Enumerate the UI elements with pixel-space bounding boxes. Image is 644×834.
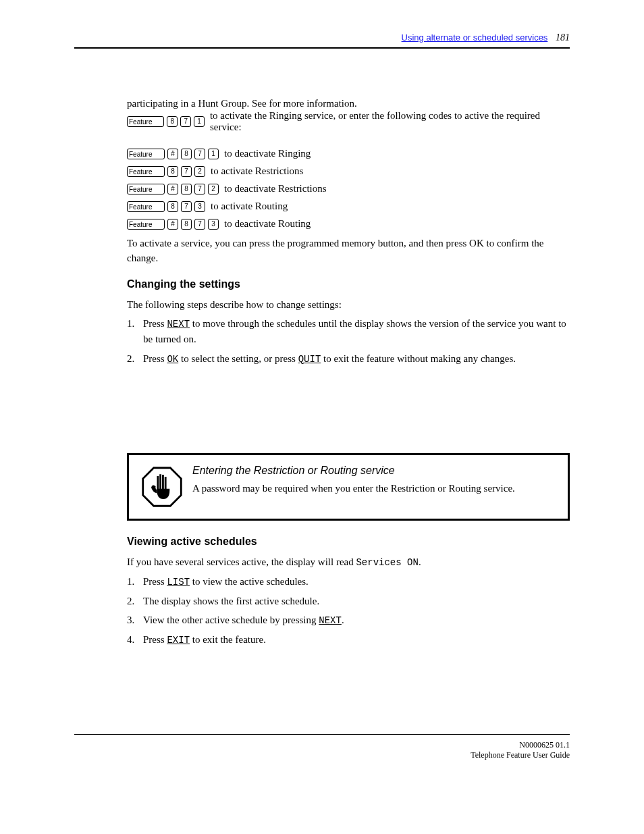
- digit-key-3[interactable]: 3: [208, 219, 219, 230]
- page-number: 181: [556, 32, 570, 43]
- softkey-next[interactable]: NEXT: [319, 615, 342, 626]
- keyseq-restrictions-off: Feature # 8 7 2 to deactivate Restrictio…: [127, 183, 570, 195]
- view-step-1-pre: Press: [143, 576, 167, 587]
- bottom-rule: [74, 734, 570, 735]
- changing-intro: The following steps describe how to chan…: [127, 297, 570, 313]
- view-step-4-post: to exit the feature.: [190, 634, 266, 645]
- digit-key-8[interactable]: 8: [181, 219, 192, 230]
- view-step-4-pre: Press: [143, 634, 167, 645]
- step-2-pre: Press: [143, 353, 167, 364]
- digit-key-2[interactable]: 2: [194, 166, 205, 177]
- viewing-intro-post: .: [419, 556, 421, 567]
- feature-key[interactable]: Feature: [127, 166, 165, 177]
- view-step-num-3: 3.: [127, 613, 134, 628]
- digit-key-1[interactable]: 1: [194, 116, 205, 127]
- feature-key[interactable]: Feature: [127, 219, 165, 230]
- view-step-1-post: to view the active schedules.: [190, 576, 308, 587]
- digit-key-8[interactable]: 8: [167, 201, 178, 212]
- softkey-list[interactable]: LIST: [167, 577, 190, 588]
- digit-key-3[interactable]: 3: [194, 201, 205, 212]
- step-1-pre: Press: [143, 318, 167, 329]
- digit-key-7[interactable]: 7: [180, 116, 191, 127]
- digit-key-8[interactable]: 8: [181, 149, 192, 159]
- step-2-mid: to select the setting, or press: [178, 353, 298, 364]
- digit-key-2[interactable]: 2: [208, 184, 219, 194]
- keyseq-routing-on: Feature 8 7 3 to activate Routing: [127, 201, 570, 213]
- view-step-3-pre: View the other active schedule by pressi…: [143, 615, 319, 625]
- step-2: 2. Press OK to select the setting, or pr…: [127, 351, 570, 367]
- view-step-4: 4. Press EXIT to exit the feature.: [127, 632, 570, 648]
- view-step-3-post: .: [342, 615, 344, 625]
- intro-text-1: participating in a Hunt Group. See: [127, 98, 269, 109]
- step-num-1: 1.: [127, 316, 134, 332]
- view-step-num-2: 2.: [127, 594, 134, 609]
- softkey-quit[interactable]: QUIT: [298, 354, 321, 365]
- footer-doc-title: Telephone Feature User Guide: [74, 750, 570, 760]
- keyseq-trailing-5: to deactivate Routing: [224, 218, 311, 230]
- keyseq-trailing-2: to activate Restrictions: [211, 165, 303, 177]
- digit-key-7[interactable]: 7: [194, 184, 205, 194]
- digit-key-7[interactable]: 7: [194, 149, 205, 159]
- digit-key-hash[interactable]: #: [167, 184, 178, 194]
- view-step-2-text: The display shows the first active sched…: [143, 596, 319, 606]
- digit-key-7[interactable]: 7: [194, 219, 205, 230]
- keyseq-trailing-3: to deactivate Restrictions: [224, 183, 327, 194]
- top-rule: [74, 47, 570, 49]
- intro-text-2: for more information.: [269, 98, 356, 109]
- feature-key[interactable]: Feature: [127, 184, 165, 194]
- keyseq-routing-off: Feature # 8 7 3 to deactivate Routing: [127, 218, 570, 230]
- intro-paragraph: participating in a Hunt Group. See for m…: [127, 96, 570, 111]
- digit-key-8[interactable]: 8: [181, 184, 192, 194]
- view-step-num-4: 4.: [127, 632, 134, 648]
- keyseq-trailing-1: to deactivate Ringing: [224, 148, 311, 159]
- view-step-1: 1. Press LIST to view the active schedul…: [127, 574, 570, 590]
- digit-key-1[interactable]: 1: [208, 149, 219, 159]
- note-box: Entering the Restriction or Routing serv…: [127, 453, 570, 521]
- subhead-viewing-schedules: Viewing active schedules: [127, 536, 570, 548]
- digit-key-8[interactable]: 8: [167, 166, 178, 177]
- keyseq-trailing-4: to activate Routing: [211, 201, 288, 212]
- display-services-on: Services ON: [356, 557, 418, 568]
- view-step-3: 3. View the other active schedule by pre…: [127, 613, 570, 628]
- feature-key[interactable]: Feature: [127, 149, 165, 159]
- step-1: 1. Press NEXT to move through the schedu…: [127, 316, 570, 347]
- viewing-intro: If you have several services active, the…: [127, 554, 570, 570]
- page-header: Using alternate or scheduled services 18…: [74, 32, 570, 43]
- digit-key-hash[interactable]: #: [167, 149, 178, 159]
- feature-key[interactable]: Feature: [127, 116, 164, 127]
- digit-key-7[interactable]: 7: [181, 166, 192, 177]
- footer-doc-id: N0000625 01.1: [74, 740, 570, 750]
- step-num-2: 2.: [127, 351, 134, 367]
- viewing-intro-pre: If you have several services active, the…: [127, 556, 356, 567]
- view-step-2: 2. The display shows the first active sc…: [127, 594, 570, 609]
- header-section-link[interactable]: Using alternate or scheduled services: [402, 32, 548, 43]
- step-2-post: to exit the feature without making any c…: [321, 353, 516, 364]
- subhead-changing-settings: Changing the settings: [127, 278, 570, 290]
- softkey-next[interactable]: NEXT: [167, 319, 190, 330]
- keyseq-ringing-on: Feature 8 7 1 to activate the Ringing se…: [127, 115, 570, 128]
- softkey-ok[interactable]: OK: [167, 354, 178, 365]
- digit-key-7[interactable]: 7: [181, 201, 192, 212]
- softkey-exit[interactable]: EXIT: [167, 635, 190, 646]
- keyseq-restrictions-on: Feature 8 7 2 to activate Restrictions: [127, 165, 570, 178]
- keyseq-trailing-0: to activate the Ringing service, or ente…: [210, 110, 570, 133]
- digit-key-hash[interactable]: #: [167, 219, 178, 230]
- instruction-memory-button: To activate a service, you can press the…: [127, 236, 570, 266]
- page-footer: N0000625 01.1 Telephone Feature User Gui…: [74, 740, 570, 760]
- note-body: A password may be required when you ente…: [192, 481, 557, 496]
- digit-key-8[interactable]: 8: [167, 116, 178, 127]
- step-1-post: to move through the schedules until the …: [143, 318, 566, 344]
- keyseq-ringing-off: Feature # 8 7 1 to deactivate Ringing: [127, 148, 570, 160]
- feature-key[interactable]: Feature: [127, 201, 165, 212]
- note-title: Entering the Restriction or Routing serv…: [192, 465, 557, 477]
- view-step-num-1: 1.: [127, 574, 134, 590]
- stop-hand-icon: [140, 465, 184, 509]
